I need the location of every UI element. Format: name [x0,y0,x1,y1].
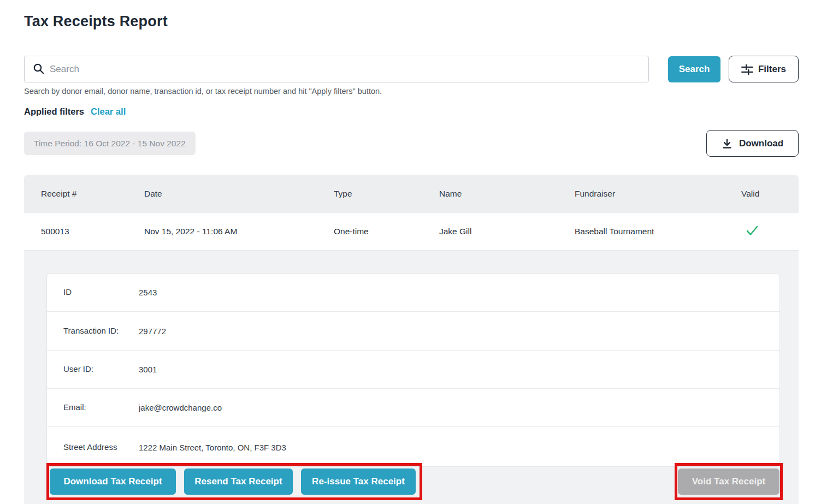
checkmark-icon [745,223,760,238]
table-header-row: Receipt # Date Type Name Fundraiser Vali… [24,175,799,213]
download-report-button[interactable]: Download [706,130,799,157]
detail-value: 3001 [139,365,779,374]
search-icon [33,63,45,75]
cell-name: Jake Gill [439,227,575,236]
applied-filters-label: Applied filters [24,106,84,117]
tax-receipts-report-page: Tax Receipts Report Search Filters Searc… [0,0,821,504]
sliders-icon [741,64,753,75]
col-header-type: Type [334,189,439,199]
detail-label: Street Address [47,441,123,454]
search-row: Search Filters [24,56,799,82]
table-row[interactable]: 500013 Nov 15, 2022 - 11:06 AM One-time … [24,213,799,251]
detail-value: jake@crowdchange.co [139,403,779,412]
detail-value: 1222 Main Street, Toronto, ON, F3F 3D3 [139,443,779,452]
col-header-date: Date [144,189,334,199]
receipt-detail-card: ID 2543 Transaction ID: 297772 User ID: … [46,273,780,467]
cell-type: One-time [334,227,439,236]
cell-fundraiser: Baseball Tournament [575,227,741,236]
detail-row-email: Email: jake@crowdchange.co [47,389,779,427]
col-header-fundraiser: Fundraiser [575,189,741,199]
download-tax-receipt-button[interactable]: Download Tax Receipt [50,469,176,495]
reissue-tax-receipt-button[interactable]: Re-issue Tax Receipt [301,469,416,495]
time-period-filter-chip[interactable]: Time Period: 16 Oct 2022 - 15 Nov 2022 [24,132,196,155]
receipts-table: Receipt # Date Type Name Fundraiser Vali… [24,175,799,504]
filters-button[interactable]: Filters [729,56,799,82]
search-button[interactable]: Search [668,56,720,82]
detail-row-transaction-id: Transaction ID: 297772 [47,312,779,351]
resend-tax-receipt-button[interactable]: Resend Tax Receipt [184,469,293,495]
detail-label: ID [47,286,123,299]
detail-row-street-address: Street Address 1222 Main Street, Toronto… [47,427,779,467]
col-header-valid: Valid [741,189,799,199]
cell-date: Nov 15, 2022 - 11:06 AM [144,227,334,236]
applied-filters-row: Applied filters Clear all [24,106,126,117]
cell-valid [741,223,799,240]
col-header-receipt: Receipt # [41,189,144,199]
page-title: Tax Receipts Report [24,13,168,30]
detail-label: Transaction ID: [47,325,123,337]
search-input[interactable] [24,56,649,82]
search-helper-text: Search by donor email, donor name, trans… [24,87,382,96]
detail-label: User ID: [47,363,123,376]
search-box [24,56,649,82]
detail-label: Email: [47,401,123,414]
detail-row-id: ID 2543 [47,274,779,312]
detail-value: 297772 [139,327,779,336]
col-header-name: Name [439,189,575,199]
filters-button-label: Filters [758,64,786,75]
clear-all-link[interactable]: Clear all [91,106,126,117]
download-icon [722,138,733,149]
cell-receipt-number: 500013 [41,227,144,236]
void-tax-receipt-button[interactable]: Void Tax Receipt [678,469,779,495]
detail-row-user-id: User ID: 3001 [47,351,779,389]
detail-value: 2543 [139,288,779,297]
download-button-label: Download [739,138,783,149]
